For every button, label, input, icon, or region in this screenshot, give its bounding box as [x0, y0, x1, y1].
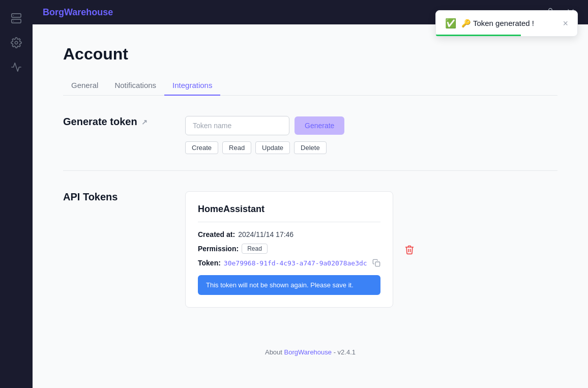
created-label: Created at: [198, 230, 235, 238]
perm-create[interactable]: Create [185, 141, 218, 154]
toast-notification: ✅ 🔑 Token generated ! × [435, 10, 578, 37]
sidebar [0, 0, 33, 388]
token-input-row: Generate [185, 116, 344, 135]
sidebar-item-settings[interactable] [6, 33, 26, 53]
footer-app-link[interactable]: BorgWarehouse [284, 348, 332, 356]
sidebar-item-server[interactable] [6, 8, 26, 28]
page-title: Account [63, 45, 557, 64]
tab-general[interactable]: General [63, 76, 106, 96]
permission-label: Permission: [198, 245, 239, 253]
app-logo: BorgWarehouse [43, 7, 113, 18]
delete-token-button[interactable] [401, 242, 418, 258]
toast-close-button[interactable]: × [563, 19, 568, 28]
footer: About BorgWarehouse - v2.4.1 [63, 338, 557, 356]
perm-update[interactable]: Update [255, 141, 290, 154]
svg-rect-8 [375, 262, 380, 266]
created-at-row: Created at: 2024/11/14 17:46 [198, 230, 380, 238]
token-name-input[interactable] [185, 116, 289, 135]
perm-delete[interactable]: Delete [294, 141, 327, 154]
svg-point-4 [15, 41, 18, 44]
perm-read[interactable]: Read [222, 141, 251, 154]
token-value: 30e79968-91fd-4c93-a747-9a02078ae3dc [224, 259, 367, 267]
permission-row: Permission: Read [198, 244, 380, 254]
token-name: HomeAssistant [198, 204, 380, 222]
generate-token-title: Generate token ↗ [63, 116, 165, 128]
tabs-bar: General Notifications Integrations [63, 76, 557, 96]
toast-check-icon: ✅ [445, 18, 456, 29]
toast-progress-bar [436, 35, 521, 36]
token-label: Token: [198, 259, 221, 267]
content-area: Account General Notifications Integratio… [33, 24, 588, 388]
footer-about: About [265, 348, 282, 356]
footer-version: - v2.4.1 [334, 348, 356, 356]
svg-rect-0 [12, 14, 21, 17]
svg-rect-1 [12, 19, 21, 23]
token-generator: Generate Create Read Update Delete [185, 116, 344, 154]
tab-integrations[interactable]: Integrations [164, 76, 220, 96]
api-tokens-title: API Tokens [63, 191, 165, 308]
section-divider [63, 170, 557, 171]
sidebar-item-activity[interactable] [6, 57, 26, 77]
api-tokens-section: API Tokens HomeAssistant Created at: 202… [63, 191, 557, 308]
tab-notifications[interactable]: Notifications [106, 76, 164, 96]
generate-button[interactable]: Generate [295, 116, 344, 135]
token-card: HomeAssistant Created at: 2024/11/14 17:… [185, 191, 393, 308]
token-value-row: Token: 30e79968-91fd-4c93-a747-9a02078ae… [198, 259, 380, 267]
main-area: BorgWarehouse Account General Notificati… [33, 0, 588, 388]
external-link-icon[interactable]: ↗ [141, 118, 148, 126]
token-warning: This token will not be shown again. Plea… [198, 275, 380, 295]
permission-tags: Create Read Update Delete [185, 141, 344, 154]
toast-key-icon: 🔑 [461, 19, 471, 27]
toast-message: 🔑 Token generated ! [461, 19, 557, 28]
copy-icon[interactable] [372, 259, 380, 267]
permission-badge: Read [242, 244, 268, 254]
created-value: 2024/11/14 17:46 [238, 230, 293, 238]
